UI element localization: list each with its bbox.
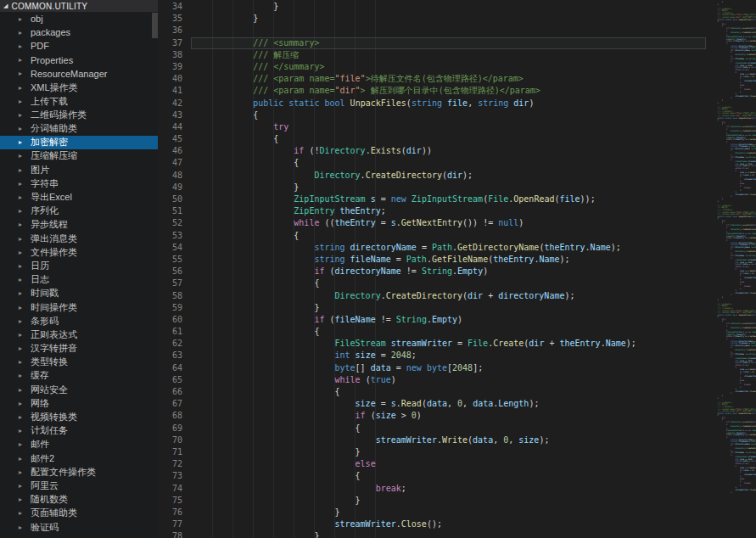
code-line-content[interactable]: try [191,121,706,133]
line-number[interactable]: 78 [158,530,191,538]
line-number[interactable]: 73 [158,470,191,482]
line-number[interactable]: 70 [158,434,191,446]
line-number[interactable]: 69 [158,423,191,434]
line-number[interactable]: 61 [158,326,191,338]
line-number[interactable]: 76 [158,507,191,518]
chevron-right-icon[interactable]: ▸ [19,98,25,105]
sidebar-item-网络[interactable]: ▸网络 [0,396,158,410]
sidebar-item-日历[interactable]: ▸日历 [0,259,158,272]
code-line-content[interactable]: while (true) [191,374,706,386]
code-line-content[interactable]: string fileName = Path.GetFileName(theEn… [191,254,706,266]
chevron-right-icon[interactable]: ▸ [19,304,25,311]
chevron-right-icon[interactable]: ▸ [19,262,25,270]
sidebar-item-验证码[interactable]: ▸验证码 [0,520,158,534]
sidebar-item-计划任务[interactable]: ▸计划任务 [0,424,158,438]
line-number[interactable]: 55 [158,254,191,266]
chevron-right-icon[interactable]: ▸ [19,29,25,36]
line-number[interactable]: 53 [158,230,191,242]
line-number[interactable]: 41 [158,85,191,97]
line-number[interactable]: 68 [158,410,191,422]
line-number[interactable]: 59 [158,302,191,314]
sidebar-item-正则表达式[interactable]: ▸正则表达式 [0,328,158,341]
line-number[interactable]: 37 [158,37,191,49]
chevron-right-icon[interactable]: ▸ [19,152,25,160]
line-number[interactable]: 56 [158,266,191,277]
line-number[interactable]: 64 [158,362,191,374]
line-number[interactable]: 58 [158,290,191,302]
code-line-content[interactable]: } [191,182,706,193]
sidebar-item-PDF[interactable]: ▸PDF [0,39,158,53]
code-line-content[interactable]: Directory.CreateDirectory(dir + director… [191,290,706,302]
code-line-content[interactable]: /// <summary> [191,37,706,49]
code-line-content[interactable]: string directoryName = Path.GetDirectory… [191,242,706,254]
sidebar-item-邮件[interactable]: ▸邮件 [0,438,158,451]
code-line-content[interactable]: /// </summary> [191,61,706,73]
sidebar-root-node[interactable]: ◢ COMMON.UTILITY [0,0,158,12]
code-line-content[interactable]: if (directoryName != String.Empty) [191,266,706,277]
chevron-right-icon[interactable]: ▸ [19,509,25,517]
sidebar-item-视频转换类[interactable]: ▸视频转换类 [0,410,158,423]
chevron-right-icon[interactable]: ▸ [19,221,25,228]
sidebar-item-条形码[interactable]: ▸条形码 [0,314,158,328]
chevron-right-icon[interactable]: ▸ [19,317,25,325]
sidebar-item-日志[interactable]: ▸日志 [0,273,158,287]
line-number[interactable]: 43 [158,109,191,121]
line-number[interactable]: 54 [158,242,191,254]
sidebar-item-缓存[interactable]: ▸缓存 [0,369,158,383]
code-line-content[interactable]: { [191,230,706,242]
chevron-right-icon[interactable]: ▸ [19,193,25,201]
line-number[interactable]: 36 [158,25,191,36]
sidebar-item-序列化[interactable]: ▸序列化 [0,205,158,218]
chevron-right-icon[interactable]: ▸ [19,427,25,434]
sidebar-item-配置文件操作类[interactable]: ▸配置文件操作类 [0,465,158,479]
chevron-right-icon[interactable]: ▸ [19,276,25,283]
code-line-content[interactable]: else [191,458,706,470]
code-line-content[interactable]: int size = 2048; [191,350,706,361]
sidebar-item-文件操作类[interactable]: ▸文件操作类 [0,245,158,259]
line-number[interactable]: 49 [158,182,191,193]
code-line-content[interactable]: } [191,495,706,507]
sidebar-item-类型转换[interactable]: ▸类型转换 [0,356,158,369]
chevron-right-icon[interactable]: ▸ [19,372,25,379]
code-line-content[interactable]: /// <param name="file">待解压文件名(包含物理路径)</p… [191,73,706,85]
code-line-content[interactable]: streamWriter.Close(); [191,518,706,530]
line-number[interactable]: 66 [158,386,191,398]
sidebar-item-弹出消息类[interactable]: ▸弹出消息类 [0,232,158,245]
chevron-right-icon[interactable]: ▸ [19,440,25,448]
sidebar-item-加密解密[interactable]: ▸加密解密 [0,136,158,149]
code-line-content[interactable]: } [191,302,706,314]
code-line-content[interactable]: size = s.Read(data, 0, data.Length); [191,398,706,410]
chevron-right-icon[interactable]: ▸ [19,84,25,92]
line-number[interactable]: 77 [158,518,191,530]
chevron-right-icon[interactable]: ▸ [19,15,25,23]
chevron-right-icon[interactable]: ▸ [19,42,25,50]
line-number[interactable]: 34 [158,1,191,13]
chevron-right-icon[interactable]: ▸ [19,180,25,188]
chevron-right-icon[interactable]: ▸ [19,138,25,146]
code-line-content[interactable]: } [191,530,706,538]
sidebar-item-页面辅助类[interactable]: ▸页面辅助类 [0,507,158,520]
line-number[interactable]: 45 [158,133,191,145]
sidebar-item-图片[interactable]: ▸图片 [0,163,158,177]
line-number[interactable]: 72 [158,458,191,470]
line-number[interactable]: 75 [158,495,191,507]
sidebar-item-二维码操作类[interactable]: ▸二维码操作类 [0,108,158,121]
line-number[interactable]: 51 [158,205,191,217]
sidebar-item-字符串[interactable]: ▸字符串 [0,177,158,190]
line-number[interactable]: 63 [158,350,191,361]
code-line-content[interactable]: FileStream streamWriter = File.Create(di… [191,338,706,350]
code-line-content[interactable]: ZipEntry theEntry; [191,205,706,217]
code-line-content[interactable]: /// 解压缩 [191,49,706,61]
line-number[interactable]: 52 [158,217,191,229]
line-number[interactable]: 47 [158,157,191,169]
code-line-content[interactable]: { [191,133,706,145]
sidebar-item-邮件2[interactable]: ▸邮件2 [0,451,158,465]
sidebar-item-阿里云[interactable]: ▸阿里云 [0,479,158,492]
chevron-right-icon[interactable]: ▸ [19,111,25,119]
chevron-right-icon[interactable]: ▸ [19,496,25,503]
sidebar-item-时间操作类[interactable]: ▸时间操作类 [0,300,158,314]
chevron-right-icon[interactable]: ▸ [19,386,25,394]
minimap[interactable]: } } /// <summary> /// 解压缩 /// </summary>… [706,0,756,538]
line-number[interactable]: 65 [158,374,191,386]
code-line-content[interactable]: } [191,1,706,13]
